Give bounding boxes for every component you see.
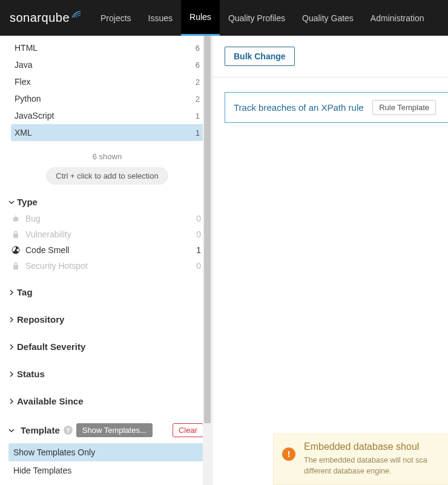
selection-hint: Ctrl + click to add to selection xyxy=(46,167,168,185)
svg-line-5 xyxy=(18,220,19,221)
language-item-flex[interactable]: Flex2 xyxy=(11,73,203,90)
help-icon[interactable]: ? xyxy=(64,426,73,435)
logo-wave-icon xyxy=(71,11,81,18)
logo[interactable]: sonarqube xyxy=(10,11,81,25)
top-nav: sonarqube Projects Issues Rules Quality … xyxy=(0,0,448,36)
nav-rules[interactable]: Rules xyxy=(181,0,220,36)
bulk-change-button[interactable]: Bulk Change xyxy=(225,47,295,66)
section-status: Status xyxy=(0,360,212,388)
chevron-down-icon xyxy=(8,199,17,205)
warning-title: Embedded database shoul xyxy=(304,441,440,452)
section-available-since-header[interactable]: Available Since xyxy=(8,392,203,410)
language-item-html[interactable]: HTML6 xyxy=(11,39,203,56)
language-item-javascript[interactable]: JavaScript1 xyxy=(11,107,203,124)
sidebar-scrollbar[interactable] xyxy=(203,36,212,485)
section-tag-header[interactable]: Tag xyxy=(8,283,203,301)
chevron-right-icon xyxy=(8,371,17,377)
section-template: Template ? Show Templates... Clear Show … xyxy=(0,415,212,484)
sidebar: ▲ HTML6 Java6 Flex2 Python2 JavaScript1 … xyxy=(0,36,212,485)
main: ▲ HTML6 Java6 Flex2 Python2 JavaScript1 … xyxy=(0,36,448,485)
section-template-header[interactable]: Template ? Show Templates... Clear xyxy=(8,420,203,441)
section-repository: Repository xyxy=(0,306,212,333)
language-item-python[interactable]: Python2 xyxy=(11,90,203,107)
nav-issues[interactable]: Issues xyxy=(140,0,181,36)
type-item-security-hotspot[interactable]: Security Hotspot 0 xyxy=(8,258,203,274)
content-toolbar: Bulk Change xyxy=(212,36,448,78)
section-tag: Tag xyxy=(0,279,212,306)
language-item-xml[interactable]: XML1 xyxy=(11,124,203,141)
chevron-right-icon xyxy=(8,344,17,350)
template-option-show-only[interactable]: Show Templates Only xyxy=(8,443,203,461)
rule-card[interactable]: Track breaches of an XPath rule Rule Tem… xyxy=(225,92,448,123)
language-item-java[interactable]: Java6 xyxy=(11,56,203,73)
svg-point-0 xyxy=(13,217,18,222)
section-type-header[interactable]: Type xyxy=(8,193,203,211)
section-status-header[interactable]: Status xyxy=(8,365,203,383)
clear-button[interactable]: Clear xyxy=(173,423,203,437)
lock-icon xyxy=(10,230,22,239)
chevron-right-icon xyxy=(8,317,17,323)
chevron-right-icon xyxy=(8,398,17,404)
template-option-hide[interactable]: Hide Templates xyxy=(8,461,203,480)
section-default-severity-header[interactable]: Default Severity xyxy=(8,338,203,355)
chevron-right-icon xyxy=(8,289,17,295)
chevron-down-icon xyxy=(8,427,17,434)
nav-administration[interactable]: Administration xyxy=(362,0,433,36)
rule-title: Track breaches of an XPath rule xyxy=(234,102,364,113)
rule-template-badge: Rule Template xyxy=(372,100,436,115)
lock-icon xyxy=(10,262,22,270)
warning-icon: ! xyxy=(282,447,295,461)
warning-body: The embedded database will not sca diffe… xyxy=(304,455,440,478)
bug-icon xyxy=(10,214,22,223)
nav-projects[interactable]: Projects xyxy=(92,0,140,36)
template-selected-pill[interactable]: Show Templates... xyxy=(76,423,153,437)
type-item-code-smell[interactable]: Code Smell 1 xyxy=(8,242,203,258)
warning-banner: ! Embedded database shoul The embedded d… xyxy=(273,434,448,486)
svg-rect-6 xyxy=(13,234,18,238)
section-type: Type Bug 0 Vulnerability 0 Code Smell 1 … xyxy=(0,188,212,279)
nav-quality-gates[interactable]: Quality Gates xyxy=(294,0,362,36)
svg-rect-9 xyxy=(13,265,18,269)
shown-count: 6 shown xyxy=(11,152,203,161)
scrollbar-thumb[interactable] xyxy=(204,36,211,423)
type-item-bug[interactable]: Bug 0 xyxy=(8,211,203,226)
language-facet: HTML6 Java6 Flex2 Python2 JavaScript1 XM… xyxy=(0,36,212,188)
svg-line-4 xyxy=(13,220,14,221)
type-item-vulnerability[interactable]: Vulnerability 0 xyxy=(8,226,203,242)
section-repository-header[interactable]: Repository xyxy=(8,311,203,328)
logo-text: sonarqube xyxy=(10,11,70,25)
content: Bulk Change Track breaches of an XPath r… xyxy=(212,36,448,485)
nav-quality-profiles[interactable]: Quality Profiles xyxy=(220,0,294,36)
radiation-icon xyxy=(10,246,22,254)
section-default-severity: Default Severity xyxy=(0,333,212,360)
section-available-since: Available Since xyxy=(0,388,212,415)
